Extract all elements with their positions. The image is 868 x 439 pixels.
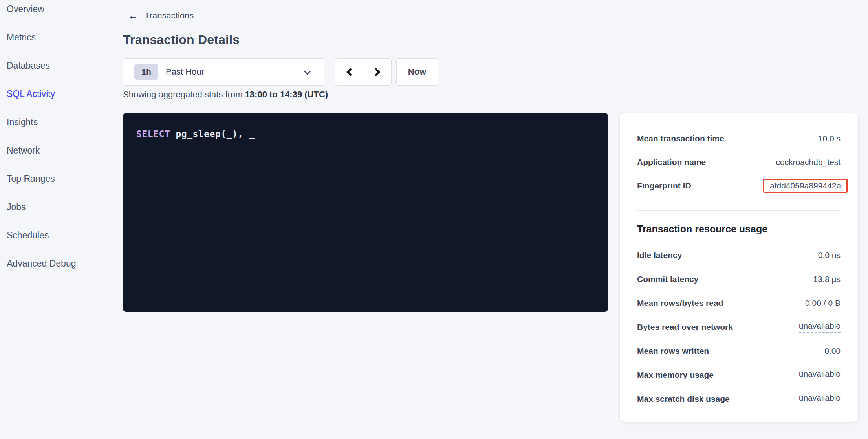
summary-row-value: 13.8 µs [813,274,841,284]
sidebar: Overview Metrics Databases SQL Activity … [0,0,118,283]
transaction-summary-card: Mean transaction time 10.0 s Application… [620,113,858,422]
sidebar-item-databases[interactable]: Databases [0,57,118,75]
chevron-down-icon [304,68,311,75]
transaction-details-page: { "sidebar": { "items": [ { "label": "Ov… [0,0,868,439]
card-divider [637,210,841,211]
unavailable-tooltip-value[interactable]: unavailable [799,321,841,333]
fingerprint-highlight-box: afdd4059a899442e [763,179,848,193]
aggregated-stats-caption: Showing aggregated stats from 13:00 to 1… [123,89,328,100]
sidebar-item-schedules[interactable]: Schedules [0,226,118,244]
chevron-right-icon [372,68,380,76]
sidebar-item-insights[interactable]: Insights [0,113,118,131]
summary-row-mean-rows-bytes-read: Mean rows/bytes read 0.00 / 0 B [637,291,841,315]
summary-row-label: Commit latency [637,274,698,284]
sidebar-item-overview[interactable]: Overview [0,0,118,18]
time-range-label: Past Hour [166,67,204,77]
summary-row-mean-rows-written: Mean rows written 0.00 [637,339,841,363]
back-arrow-icon: ← [128,10,138,21]
summary-row-label: Max memory usage [637,370,714,380]
sql-keyword: SELECT [136,129,170,139]
summary-row-label: Idle latency [637,251,682,260]
stats-caption-range: 13:00 to 14:39 (UTC) [245,90,328,99]
sql-statement-box: SELECT pg_sleep(_), _ [123,113,608,312]
breadcrumb-back-link[interactable]: ← Transactions [128,10,194,21]
summary-row-commit-latency: Commit latency 13.8 µs [637,267,841,291]
summary-row-fingerprint-id: Fingerprint ID afdd4059a899442e [637,174,841,198]
resource-usage-rows: Idle latency 0.0 ns Commit latency 13.8 … [637,243,841,411]
sidebar-item-jobs[interactable]: Jobs [0,198,118,216]
summary-row-mean-transaction-time: Mean transaction time 10.0 s [637,127,841,150]
time-range-selector[interactable]: 1h Past Hour [123,58,324,86]
resource-usage-heading: Transaction resource usage [637,222,841,236]
summary-row-label: Mean transaction time [637,134,724,143]
summary-row-value: 0.0 ns [818,251,841,260]
sidebar-item-network[interactable]: Network [0,141,118,159]
summary-row-max-scratch-disk-usage: Max scratch disk usage unavailable [637,387,841,411]
summary-row-application-name: Application name cockroachdb_test [637,150,841,174]
next-range-button[interactable] [363,59,391,85]
breadcrumb-label: Transactions [145,11,194,21]
summary-row-label: Bytes read over network [637,322,733,332]
now-button[interactable]: Now [396,58,438,86]
previous-range-button[interactable] [335,59,363,85]
summary-row-label: Mean rows written [637,346,709,356]
summary-row-bytes-read-over-network: Bytes read over network unavailable [637,315,841,339]
fingerprint-id-value: afdd4059a899442e [770,181,841,190]
page-title: Transaction Details [123,33,240,47]
time-range-step-buttons [335,58,392,86]
sidebar-item-sql-activity[interactable]: SQL Activity [0,85,118,103]
summary-row-label: Application name [637,157,706,167]
stats-caption-prefix: Showing aggregated stats from [123,90,245,99]
unavailable-tooltip-value[interactable]: unavailable [799,369,841,380]
summary-row-label: Fingerprint ID [637,181,691,190]
summary-row-value: 10.0 s [818,134,841,143]
sidebar-nav-list: Overview Metrics Databases SQL Activity … [0,0,118,273]
chevron-left-icon [346,68,354,76]
summary-row-value: 0.00 / 0 B [805,298,841,308]
unavailable-tooltip-value[interactable]: unavailable [799,393,841,404]
summary-row-value: cockroachdb_test [776,157,841,167]
time-range-badge: 1h [134,64,158,80]
sidebar-item-metrics[interactable]: Metrics [0,28,118,46]
sidebar-item-advanced-debug[interactable]: Advanced Debug [0,254,118,273]
sidebar-item-top-ranges[interactable]: Top Ranges [0,170,118,188]
summary-row-idle-latency: Idle latency 0.0 ns [637,243,841,267]
summary-row-value: 0.00 [824,346,841,356]
summary-row-max-memory-usage: Max memory usage unavailable [637,363,841,387]
summary-row-label: Max scratch disk usage [637,394,730,404]
sql-statement-text: pg_sleep(_), _ [170,129,255,139]
summary-row-label: Mean rows/bytes read [637,298,723,308]
